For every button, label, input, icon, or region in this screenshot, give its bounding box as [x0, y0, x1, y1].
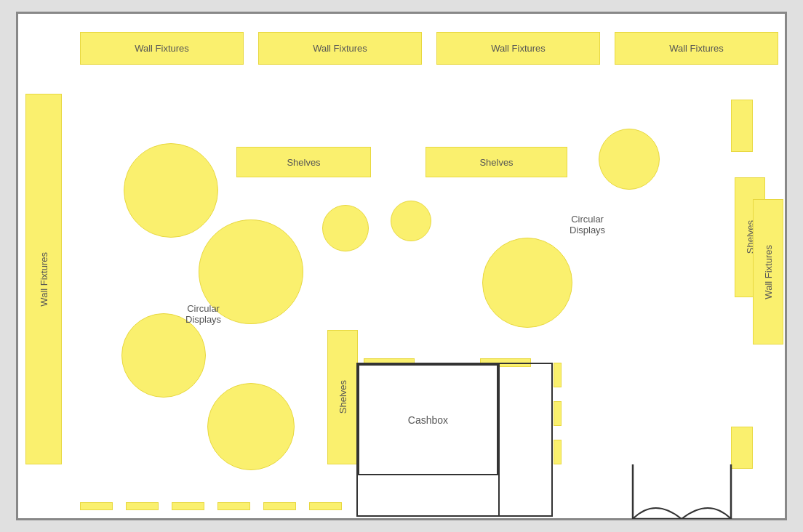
cashbox-divider-v [498, 364, 500, 515]
circular-displays-label-left: CircularDisplays [185, 303, 221, 325]
cashbox-inner: Cashbox [358, 364, 498, 475]
dash-3 [172, 502, 204, 510]
shelves-top-2: Shelves [426, 147, 567, 177]
shelves-center-vertical: Shelves [327, 330, 358, 464]
small-rect-right-top [731, 100, 753, 152]
circle-small-1 [322, 205, 369, 251]
wall-fixture-top-2: Wall Fixtures [258, 32, 422, 65]
dash-2 [126, 502, 159, 510]
dash-1 [80, 502, 113, 510]
circle-small-2 [391, 201, 431, 241]
dash-right-2 [554, 401, 562, 426]
circle-medium-bottom-left [121, 313, 206, 398]
dash-6 [309, 502, 342, 510]
small-rect-right-bottom [731, 427, 753, 469]
wall-fixture-top-4: Wall Fixtures [615, 32, 778, 65]
circle-large-top-left [124, 143, 218, 238]
dash-right-1 [554, 363, 562, 387]
cashbox-outer-right [551, 363, 553, 515]
wall-fixture-left: Wall Fixtures [25, 94, 62, 464]
shelves-top-1: Shelves [236, 147, 371, 177]
wall-fixture-top-3: Wall Fixtures [436, 32, 600, 65]
dash-5 [263, 502, 296, 510]
wall-fixture-right: Wall Fixtures [753, 199, 783, 344]
circle-large-right [482, 238, 572, 328]
wall-fixture-top-1: Wall Fixtures [80, 32, 244, 65]
cashbox-outer-bottom [356, 515, 553, 517]
circle-large-bottom [207, 383, 295, 470]
dash-right-3 [554, 440, 562, 464]
door-svg [626, 464, 738, 519]
circle-medium-top-right [599, 129, 660, 190]
circular-displays-label-right: CircularDisplays [570, 214, 605, 235]
floor-plan: Wall Fixtures Wall Fixtures Wall Fixture… [16, 12, 787, 520]
dash-4 [217, 502, 250, 510]
